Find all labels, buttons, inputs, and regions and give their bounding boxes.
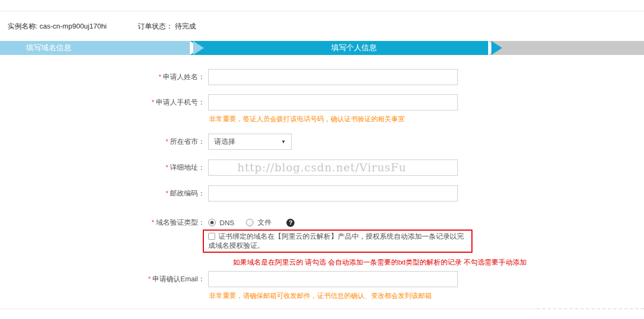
progress-steps: 填写域名信息 填写个人信息: [0, 41, 644, 55]
radio-file[interactable]: [246, 219, 254, 226]
required-asterisk: *: [152, 218, 154, 226]
auto-add-record-checkbox[interactable]: [208, 233, 215, 240]
confirm-email-label: *申请确认Email：: [0, 271, 205, 287]
step-domain-info-label: 填写域名信息: [26, 43, 71, 53]
step-personal-info: 填写个人信息: [190, 41, 488, 55]
row-applicant-phone: *申请人手机号： 非常重要，签证人员会拨打该电话号码，确认证书验证的相关事宜: [0, 94, 644, 123]
radio-file-label: 文件: [257, 218, 271, 227]
help-icon[interactable]: ?: [286, 219, 294, 227]
order-status: 订单状态： 待完成: [138, 22, 196, 31]
step-domain-info: 填写域名信息: [0, 41, 190, 55]
required-asterisk: *: [159, 73, 161, 81]
aliyun-dns-note: 如果域名是在阿里云的 请勾选 会自动添加一条需要的txt类型的解析的记录 不勾选…: [233, 258, 644, 267]
zipcode-label: *邮政编码：: [0, 185, 205, 202]
address-input[interactable]: [208, 160, 458, 176]
instance-name-label: 实例名称:: [8, 22, 38, 30]
required-asterisk: *: [152, 98, 154, 106]
instance-name: 实例名称: cas-cn-mp900uj170hi: [8, 22, 107, 31]
applicant-name-input[interactable]: [208, 69, 458, 85]
bottom-divider-dashed: [537, 308, 644, 309]
email-hint: 非常重要，请确保邮箱可收发邮件，证书信息的确认、变改都会发到该邮箱: [209, 292, 458, 300]
applicant-phone-label: *申请人手机号：: [0, 94, 205, 110]
row-domain-verify-type: *域名验证类型： DNS 文件 ?: [0, 214, 644, 227]
order-status-label: 订单状态：: [138, 22, 173, 30]
required-asterisk: *: [148, 275, 150, 283]
radio-dns-label: DNS: [220, 219, 234, 227]
order-status-value: 待完成: [175, 22, 196, 30]
row-zipcode: *邮政编码：: [0, 185, 644, 202]
step-personal-info-label: 填写个人信息: [331, 43, 376, 53]
applicant-phone-input[interactable]: [208, 94, 458, 110]
chevron-down-icon: ▼: [281, 139, 286, 144]
required-asterisk: *: [166, 163, 168, 171]
top-divider: [0, 11, 644, 11]
phone-hint: 非常重要，签证人员会拨打该电话号码，确认证书验证的相关事宜: [209, 115, 458, 123]
applicant-name-label: *申请人姓名：: [0, 69, 205, 85]
confirm-email-input[interactable]: [208, 271, 458, 287]
radio-dns[interactable]: [208, 219, 216, 226]
row-address: *详细地址：: [0, 160, 644, 176]
province-select[interactable]: 请选择 ▼: [208, 134, 292, 150]
dns-auto-resolve-alert: 证书绑定的域名在【阿里云的云解析】产品中，授权系统自动添加一条记录以完成域名授权…: [203, 230, 472, 253]
province-label: *所在省市：: [0, 134, 205, 150]
domain-verify-label: *域名验证类型：: [0, 218, 205, 227]
bottom-divider: [0, 309, 537, 309]
row-applicant-name: *申请人姓名：: [0, 69, 644, 85]
instance-name-value: cas-cn-mp900uj170hi: [39, 22, 106, 30]
order-header: 实例名称: cas-cn-mp900uj170hi 订单状态： 待完成: [8, 22, 196, 31]
row-province: *所在省市： 请选择 ▼: [0, 134, 644, 150]
address-label: *详细地址：: [0, 160, 205, 176]
required-asterisk: *: [166, 189, 168, 197]
step-next-empty: [488, 41, 644, 55]
verify-type-options: DNS 文件 ?: [208, 218, 294, 227]
required-asterisk: *: [166, 137, 168, 145]
province-select-value: 请选择: [214, 137, 235, 147]
personal-info-form: *申请人姓名： *申请人手机号： 非常重要，签证人员会拨打该电话号码，确认证书验…: [0, 69, 644, 300]
row-confirm-email: *申请确认Email： 非常重要，请确保邮箱可收发邮件，证书信息的确认、变改都会…: [0, 271, 644, 300]
zipcode-input[interactable]: [208, 185, 458, 202]
auto-add-record-text: 证书绑定的域名在【阿里云的云解析】产品中，授权系统自动添加一条记录以完成域名授权…: [208, 232, 464, 249]
